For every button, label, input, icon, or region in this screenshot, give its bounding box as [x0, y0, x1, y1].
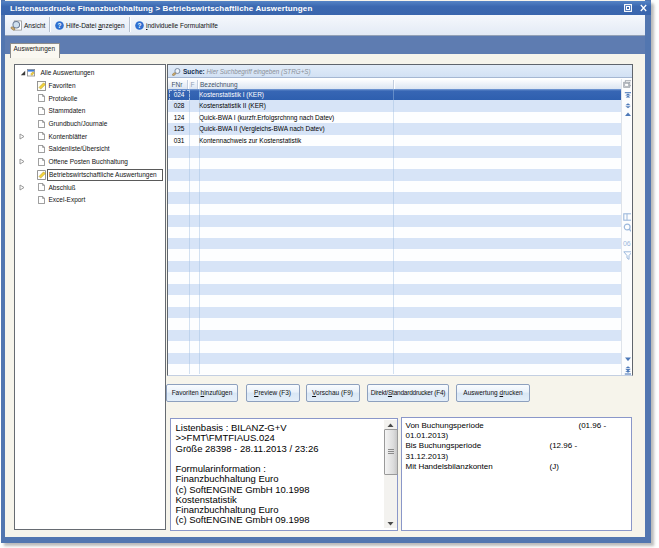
- svg-text:?: ?: [138, 22, 142, 29]
- svg-text:?: ?: [58, 22, 62, 29]
